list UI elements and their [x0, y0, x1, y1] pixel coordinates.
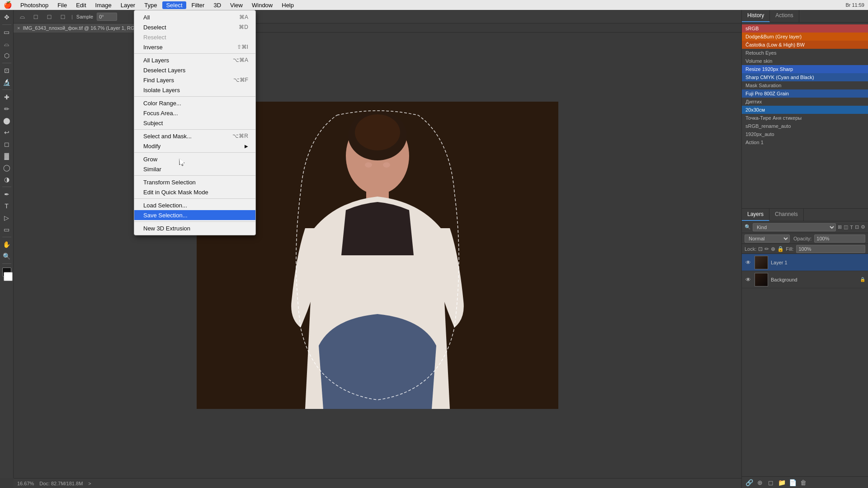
- menu-bar: 🍎 Photoshop File Edit Image Layer Type S…: [0, 0, 868, 10]
- menu-find-layers[interactable]: Find Layers ⌥⌘F: [134, 75, 255, 85]
- menu-similar-label: Similar: [143, 166, 161, 173]
- menu-select-mask-shortcut: ⌥⌘R: [232, 133, 248, 139]
- menu-all-layers[interactable]: All Layers ⌥⌘A: [134, 55, 255, 65]
- menu-similar[interactable]: Similar: [134, 164, 255, 174]
- menu-modify-arrow: ▶: [245, 144, 248, 149]
- menu-new-3d-extrusion[interactable]: New 3D Extrusion: [134, 223, 255, 233]
- menu-new-3d-extrusion-label: New 3D Extrusion: [143, 225, 190, 232]
- menu-edit-quick-mask-label: Edit in Quick Mask Mode: [143, 189, 208, 196]
- menu-item-filter[interactable]: Filter: [188, 1, 208, 9]
- menu-modify-label: Modify: [143, 143, 160, 150]
- menu-deselect[interactable]: Deselect ⌘D: [134, 22, 255, 32]
- menu-item-window[interactable]: Window: [248, 1, 276, 9]
- menu-item-image[interactable]: Image: [92, 1, 115, 9]
- menu-transform-selection-label: Transform Selection: [143, 179, 196, 186]
- menu-item-view[interactable]: View: [226, 1, 246, 9]
- menu-save-selection-label: Save Selection...: [143, 212, 188, 219]
- menu-deselect-label: Deselect: [143, 24, 166, 31]
- separator-3: [134, 129, 255, 130]
- menu-bar-time: Br 11:59: [845, 2, 864, 8]
- separator-2: [134, 96, 255, 97]
- menu-item-type[interactable]: Type: [141, 1, 160, 9]
- menu-bar-right: Br 11:59: [845, 2, 864, 8]
- menu-save-selection[interactable]: Save Selection...: [134, 210, 255, 220]
- menu-isolate-layers[interactable]: Isolate Layers: [134, 85, 255, 95]
- menu-color-range-label: Color Range...: [143, 100, 181, 107]
- menu-modify[interactable]: Modify ▶: [134, 141, 255, 151]
- apple-menu[interactable]: 🍎: [4, 1, 12, 9]
- menu-all-layers-label: All Layers: [143, 57, 169, 64]
- menu-all[interactable]: All ⌘A: [134, 12, 255, 22]
- menu-inverse-shortcut: ⇧⌘I: [237, 44, 248, 50]
- menu-isolate-layers-label: Isolate Layers: [143, 87, 180, 94]
- menu-deselect-layers-label: Deselect Layers: [143, 67, 185, 74]
- menu-find-layers-label: Find Layers: [143, 77, 174, 84]
- menu-item-file[interactable]: File: [54, 1, 71, 9]
- menu-all-shortcut: ⌘A: [239, 14, 248, 20]
- menu-subject[interactable]: Subject: [134, 118, 255, 128]
- separator-4: [134, 152, 255, 153]
- menu-select-mask-label: Select and Mask...: [143, 133, 192, 140]
- menu-transform-selection[interactable]: Transform Selection: [134, 177, 255, 187]
- menu-grow-label: Grow: [143, 156, 157, 163]
- menu-inverse[interactable]: Inverse ⇧⌘I: [134, 42, 255, 52]
- select-menu: All ⌘A Deselect ⌘D Reselect Inverse ⇧⌘I …: [134, 10, 256, 235]
- menu-load-selection-label: Load Selection...: [143, 202, 187, 209]
- menu-all-layers-shortcut: ⌥⌘A: [233, 57, 248, 63]
- menu-load-selection[interactable]: Load Selection...: [134, 200, 255, 210]
- menu-item-3d[interactable]: 3D: [210, 1, 225, 9]
- menu-select-mask[interactable]: Select and Mask... ⌥⌘R: [134, 131, 255, 141]
- separator-5: [134, 175, 255, 176]
- menu-deselect-layers[interactable]: Deselect Layers: [134, 65, 255, 75]
- menu-item-layer[interactable]: Layer: [117, 1, 139, 9]
- menu-item-help[interactable]: Help: [278, 1, 297, 9]
- menu-reselect: Reselect: [134, 32, 255, 42]
- separator-6: [134, 198, 255, 199]
- separator-1: [134, 53, 255, 54]
- menu-inverse-label: Inverse: [143, 44, 163, 51]
- menu-reselect-label: Reselect: [143, 34, 166, 41]
- menu-find-layers-shortcut: ⌥⌘F: [233, 77, 248, 83]
- menu-item-photoshop[interactable]: Photoshop: [17, 1, 52, 9]
- menu-focus-area[interactable]: Focus Area...: [134, 108, 255, 118]
- menu-focus-area-label: Focus Area...: [143, 110, 178, 117]
- menu-color-range[interactable]: Color Range...: [134, 98, 255, 108]
- menu-deselect-shortcut: ⌘D: [239, 24, 248, 30]
- menu-item-edit[interactable]: Edit: [72, 1, 90, 9]
- dropdown-overlay[interactable]: All ⌘A Deselect ⌘D Reselect Inverse ⇧⌘I …: [0, 0, 868, 488]
- menu-all-label: All: [143, 14, 150, 21]
- menu-item-select[interactable]: Select: [162, 1, 186, 9]
- menu-grow[interactable]: Grow: [134, 154, 255, 164]
- menu-subject-label: Subject: [143, 120, 163, 127]
- menu-edit-quick-mask[interactable]: Edit in Quick Mask Mode: [134, 187, 255, 197]
- separator-7: [134, 221, 255, 222]
